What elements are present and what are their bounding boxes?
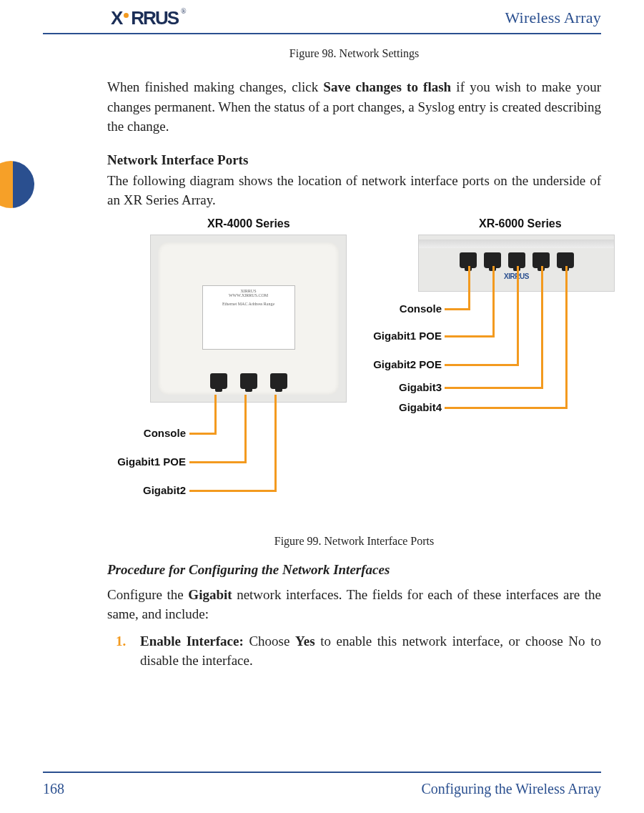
lead-line — [445, 308, 470, 310]
figure-99-diagram: XR-4000 Series XR-6000 Series XIRRUSWWW.… — [107, 217, 601, 532]
port-icon — [240, 373, 257, 389]
lead-line — [565, 266, 568, 409]
label-gig1poe-xr4000: Gigabit1 POE — [100, 455, 186, 468]
save-changes-bold: Save changes to flash — [323, 79, 451, 94]
section-paragraph: The following diagram shows the location… — [107, 171, 601, 210]
procedure-list: 1. Enable Interface: Choose Yes to enabl… — [107, 631, 601, 671]
label-console-xr6000: Console — [357, 302, 442, 315]
footer-section-title: Configuring the Wireless Array — [421, 781, 601, 797]
intro-paragraph: When finished making changes, click Save… — [107, 77, 601, 137]
lead-line — [468, 266, 470, 310]
lead-line — [189, 433, 217, 435]
section-tab-icon — [0, 161, 34, 208]
lead-line — [445, 387, 543, 389]
label-gig2poe-xr6000: Gigabit2 POE — [357, 358, 442, 370]
text-bold: Gigabit — [188, 587, 232, 602]
page-number: 168 — [43, 781, 64, 797]
lead-line — [214, 395, 217, 435]
text: When finished making changes, click — [107, 79, 323, 94]
lead-line — [189, 461, 247, 463]
text-bold: Enable Interface: — [140, 634, 244, 649]
xr6000-title: XR-6000 Series — [479, 217, 562, 230]
lead-line — [189, 490, 277, 492]
list-number: 1. — [116, 631, 126, 651]
brand-logo: XRRUS® — [111, 7, 185, 29]
list-item: 1. Enable Interface: Choose Yes to enabl… — [140, 631, 601, 671]
header-product: Wireless Array — [505, 9, 601, 27]
figure-99-caption: Figure 99. Network Interface Ports — [107, 535, 601, 548]
lead-line — [541, 266, 543, 389]
lead-line — [492, 266, 495, 337]
footer-divider — [43, 772, 601, 773]
figure-98-caption: Figure 98. Network Settings — [107, 47, 601, 60]
label-gig3-xr6000: Gigabit3 — [357, 381, 442, 393]
label-gig2-xr4000: Gigabit2 — [100, 484, 186, 496]
label-gig4-xr6000: Gigabit4 — [357, 401, 442, 413]
section-heading-network-interface-ports: Network Interface Ports — [107, 152, 601, 168]
label-console-xr4000: Console — [100, 427, 186, 439]
lead-line — [445, 407, 568, 409]
lead-line — [244, 395, 247, 463]
port-icon — [210, 373, 227, 389]
lead-line — [517, 266, 519, 366]
lead-line — [445, 335, 495, 337]
label-gig1poe-xr6000: Gigabit1 POE — [357, 330, 442, 342]
procedure-heading: Procedure for Configuring the Network In… — [107, 562, 601, 578]
xr4000-title: XR-4000 Series — [207, 217, 290, 230]
lead-line — [274, 395, 277, 492]
text: Configure the — [107, 587, 188, 602]
port-icon — [270, 373, 287, 389]
xr4000-photo: XIRRUSWWW.XIRRUS.COMEthernet MAC Address… — [150, 235, 347, 403]
text: Choose — [244, 634, 295, 649]
procedure-paragraph: Configure the Gigabit network interfaces… — [107, 585, 601, 624]
header-divider — [43, 33, 601, 34]
lead-line — [445, 364, 519, 366]
text-bold: Yes — [295, 634, 314, 649]
